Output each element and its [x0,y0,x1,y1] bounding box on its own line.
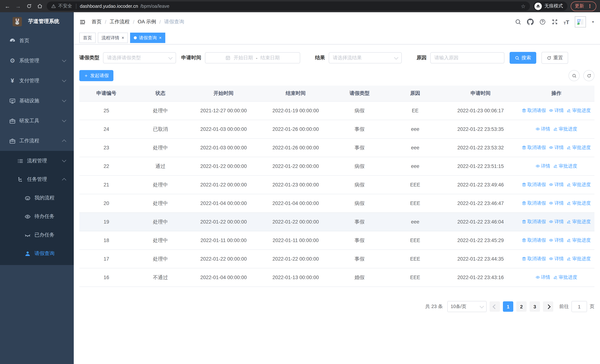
cell-type: 事假 [332,120,387,139]
eye-icon [535,164,540,168]
approval-progress-link[interactable]: 审批进度 [567,182,591,188]
forward-icon[interactable]: → [14,2,22,10]
reason-input[interactable]: 请输入原因 [430,52,504,63]
sidebar-item-system[interactable]: ⚙系统管理 [0,51,74,71]
detail-link[interactable]: 详情 [535,274,550,280]
approval-progress-link[interactable]: 审批进度 [567,107,591,114]
detail-link[interactable]: 详情 [549,219,564,225]
approval-progress-link[interactable]: 审批进度 [567,145,591,151]
cancel-leave-link[interactable]: 取消请假 [522,145,546,151]
action-label: 审批进度 [572,256,591,262]
detail-link[interactable]: 详情 [549,237,564,243]
approval-progress-link[interactable]: 审批进度 [567,200,591,206]
list-icon [17,158,23,164]
column-header: 申请编号 [79,86,133,101]
github-icon[interactable] [527,19,534,25]
prev-page-button[interactable] [489,301,500,312]
sidebar-item-leave-query[interactable]: 请假查询 [0,244,74,263]
page-button-2[interactable]: 2 [516,301,527,312]
sidebar-item-task-mgmt[interactable]: 任务管理 [0,170,74,189]
reload-icon[interactable] [25,2,33,10]
approval-progress-link[interactable]: 审批进度 [567,237,591,243]
address-bar[interactable]: 不安全 dashboard.yudao.iocoder.cn/bpm/oa/le… [47,1,530,11]
cancel-leave-link[interactable]: 取消请假 [522,256,546,262]
approval-progress-link[interactable]: 审批进度 [553,274,577,280]
sidebar-item-payment[interactable]: ¥支付管理 [0,71,74,91]
table-row: 25处理中2021-12-27 00:00:002022-01-19 00:00… [79,101,594,120]
approval-progress-link[interactable]: 审批进度 [553,126,577,132]
detail-link[interactable]: 详情 [549,145,564,151]
tab-leave-query[interactable]: 请假查询× [130,33,165,43]
sidebar-item-infrastructure[interactable]: 基础设施 [0,91,74,111]
back-icon[interactable]: ← [4,2,11,10]
cancel-leave-link[interactable]: 取消请假 [522,237,546,243]
leave-table: 申请编号状态开始时间结束时间请假类型原因申请时间操作 25处理中2021-12-… [79,86,594,287]
reset-button[interactable]: 重置 [542,52,568,64]
sidebar-item-label: 待办任务 [35,213,55,220]
detail-link[interactable]: 详情 [549,107,564,114]
detail-link[interactable]: 详情 [535,163,550,169]
action-label: 详情 [554,200,564,206]
sidebar-item-done-tasks[interactable]: 已办任务 [0,226,74,244]
cell-start: 2022-01-22 00:00:00 [188,176,260,194]
cell-end: 2022-01-22 00:00:00 [260,157,332,176]
home-icon[interactable] [36,2,43,10]
page-button-3[interactable]: 3 [530,301,540,312]
approval-progress-link[interactable]: 审批进度 [567,256,591,262]
page-size-select[interactable]: 10条/页 [447,301,487,312]
create-leave-button[interactable]: ＋ 发起请假 [79,70,113,81]
breadcrumb-item[interactable]: 工作流程 [110,19,130,25]
update-button[interactable]: 更新 ⋮ [571,1,596,11]
font-size-icon[interactable]: TT [564,19,569,25]
cell-actions: 详情审批进度 [518,268,594,287]
search-icon[interactable] [515,19,521,25]
detail-link[interactable]: 详情 [535,126,550,132]
cell-id: 17 [79,250,133,268]
approval-progress-link[interactable]: 审批进度 [567,219,591,225]
avatar[interactable] [575,16,586,28]
action-label: 取消请假 [527,145,546,151]
next-page-button[interactable] [543,301,553,312]
search-button[interactable]: 搜索 [510,52,536,64]
detail-link[interactable]: 详情 [549,200,564,206]
tab-process-detail[interactable]: 流程详情× [98,33,128,43]
close-icon[interactable]: × [159,36,162,40]
cancel-leave-link[interactable]: 取消请假 [522,200,546,206]
user-menu-caret-icon[interactable]: ▼ [591,20,594,24]
detail-link[interactable]: 详情 [549,256,564,262]
reset-button-label: 重置 [553,55,563,61]
leave-type-select[interactable]: 请选择请假类型 [103,52,176,63]
detail-link[interactable]: 详情 [549,182,564,188]
cell-start: 2022-01-04 00:00:00 [188,194,260,213]
sidebar-item-my-process[interactable]: 我的流程 [0,189,74,207]
logo-row[interactable]: 🐰 芋道管理系统 [0,12,74,31]
tab-label: 流程详情 [102,35,119,41]
approval-progress-link[interactable]: 审批进度 [553,163,577,169]
cancel-leave-link[interactable]: 取消请假 [522,107,546,114]
apply-time-range-picker[interactable]: 开始日期 - 结束日期 [205,52,300,63]
result-select[interactable]: 请选择流结果 [329,52,402,63]
toggle-search-button[interactable] [569,70,580,81]
goto-page-input[interactable]: 1 [572,301,587,312]
refresh-table-button[interactable] [583,70,594,81]
collapse-sidebar-icon[interactable] [79,19,86,25]
sidebar-item-workflow[interactable]: 工作流程 [0,131,74,151]
sidebar-item-home[interactable]: 首页 [0,31,74,51]
tab-home[interactable]: 首页 [79,33,96,43]
cancel-leave-link[interactable]: 取消请假 [522,219,546,225]
bookmark-star-icon[interactable]: ☆ [521,3,525,9]
eye-icon [549,257,553,261]
fullscreen-icon[interactable] [552,19,558,25]
help-icon[interactable] [539,19,546,25]
browser-menu-icon[interactable]: ⋮ [587,3,592,9]
page-button-1[interactable]: 1 [503,301,513,312]
sidebar-item-dev-tools[interactable]: 研发工具 [0,111,74,131]
not-secure-warning-icon[interactable] [51,4,56,9]
sidebar-item-todo-tasks[interactable]: 待办任务 [0,207,74,226]
cancel-leave-link[interactable]: 取消请假 [522,182,546,188]
breadcrumb-item[interactable]: 首页 [92,19,102,25]
close-icon[interactable]: × [122,36,124,40]
cell-end: 2022-01-04 00:00:00 [260,194,332,213]
sidebar-item-process-mgmt[interactable]: 流程管理 [0,152,74,170]
breadcrumb-item[interactable]: OA 示例 [138,19,156,25]
